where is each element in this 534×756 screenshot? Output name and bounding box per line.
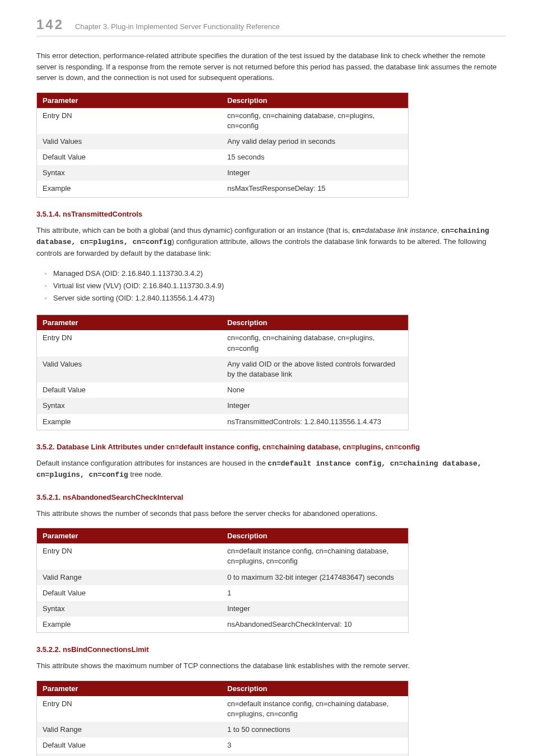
page-header: 142 Chapter 3. Plug-in Implemented Serve… [36, 17, 506, 36]
table-cell: Integer [222, 398, 409, 414]
table-header-description: Description [222, 92, 409, 108]
table-cell: cn=config, cn=chaining database, cn=plug… [222, 330, 409, 356]
table-cell: cn=default instance config, cn=chaining … [222, 543, 409, 569]
table-cell: Valid Values [37, 134, 222, 149]
section-heading-35-2-1: 3.5.2.1. nsAbandonedSearchCheckInterval [36, 493, 506, 501]
table-cell: Syntax [37, 754, 222, 756]
para-text: This attribute, which can be both a glob… [36, 226, 352, 234]
section-para-35-2: Default instance configuration attribute… [36, 458, 506, 481]
table-cell: Syntax [37, 601, 222, 617]
table-cell: Default Value [37, 738, 222, 753]
table-cell: Entry DN [37, 108, 222, 134]
list-item: Managed DSA (OID: 2.16.840.1.113730.3.4.… [53, 267, 506, 280]
table-cell: Example [37, 617, 222, 633]
table-cell: 0 to maximum 32-bit integer (2147483647)… [222, 570, 409, 585]
table-cell: Default Value [37, 382, 222, 398]
table-cell: cn=default instance config, cn=chaining … [222, 696, 409, 722]
table-nsTransmittedControls: Parameter Description Entry DNcn=config,… [36, 314, 409, 430]
para-text: tree node. [128, 470, 163, 478]
table-header-parameter: Parameter [37, 528, 222, 544]
table-cell: Default Value [37, 585, 222, 601]
table-cell: Default Value [37, 149, 222, 165]
table-cell: 3 [222, 738, 409, 753]
list-item: Server side sorting (OID: 1.2.840.113556… [53, 292, 506, 304]
table-nsMaxTestResponseDelay: Parameter Description Entry DNcn=config,… [36, 92, 409, 198]
table-cell: Syntax [37, 398, 222, 414]
section-para-35-1-4: This attribute, which can be both a glob… [36, 225, 506, 259]
controls-list: Managed DSA (OID: 2.16.840.1.113730.3.4.… [36, 267, 506, 304]
table-cell: Entry DN [37, 330, 222, 356]
table-cell: nsTransmittedControls: 1.2.840.113556.1.… [222, 414, 409, 430]
table-cell: Syntax [37, 165, 222, 181]
section-para-35-2-1: This attribute shows the number of secon… [36, 508, 506, 519]
table-cell: nsAbandonedSearchCheckInterval: 10 [222, 617, 409, 633]
table-header-parameter: Parameter [37, 315, 222, 331]
section-heading-35-1-4: 3.5.1.4. nsTransmittedControls [36, 210, 506, 218]
table-cell: Entry DN [37, 543, 222, 569]
table-cell: None [222, 382, 409, 398]
table-cell: Integer [222, 601, 409, 617]
table-header-description: Description [222, 680, 409, 696]
list-item: Virtual list view (VLV) (OID: 2.16.840.1… [53, 280, 506, 292]
table-cell: Example [37, 414, 222, 430]
table-header-description: Description [222, 528, 409, 544]
para-text: , [437, 226, 441, 234]
table-cell: cn=config, cn=chaining database, cn=plug… [222, 108, 409, 134]
intro-paragraph: This error detection, performance-relate… [36, 50, 506, 83]
table-header-parameter: Parameter [37, 92, 222, 108]
section-heading-35-2-2: 3.5.2.2. nsBindConnectionsLimit [36, 645, 506, 654]
table-cell: Valid Range [37, 570, 222, 585]
table-nsBindConnectionsLimit: Parameter Description Entry DNcn=default… [36, 680, 409, 756]
para-italic: database link instance [365, 226, 437, 234]
table-cell: Any valid OID or the above listed contro… [222, 356, 409, 382]
para-text: Default instance configuration attribute… [36, 459, 268, 467]
table-cell: Any valid delay period in seconds [222, 134, 409, 149]
table-nsAbandonedSearchCheckInterval: Parameter Description Entry DNcn=default… [36, 528, 409, 633]
page-number: 142 [36, 17, 64, 32]
section-heading-35-2: 3.5.2. Database Link Attributes under cn… [36, 443, 506, 451]
table-cell: Integer [222, 165, 409, 181]
table-cell: Integer [222, 754, 409, 756]
table-cell: Example [37, 181, 222, 197]
table-cell: 1 [222, 585, 409, 601]
table-header-parameter: Parameter [37, 680, 222, 696]
table-cell: Valid Range [37, 722, 222, 738]
para-code: cn= [352, 227, 365, 235]
table-cell: Entry DN [37, 696, 222, 722]
table-header-description: Description [222, 315, 409, 331]
table-cell: Valid Values [37, 356, 222, 382]
table-cell: 1 to 50 connections [222, 722, 409, 738]
chapter-title: Chapter 3. Plug-in Implemented Server Fu… [75, 22, 280, 31]
table-cell: 15 seconds [222, 149, 409, 165]
section-para-35-2-2: This attribute shows the maximum number … [36, 660, 506, 672]
table-cell: nsMaxTestResponseDelay: 15 [222, 181, 409, 197]
